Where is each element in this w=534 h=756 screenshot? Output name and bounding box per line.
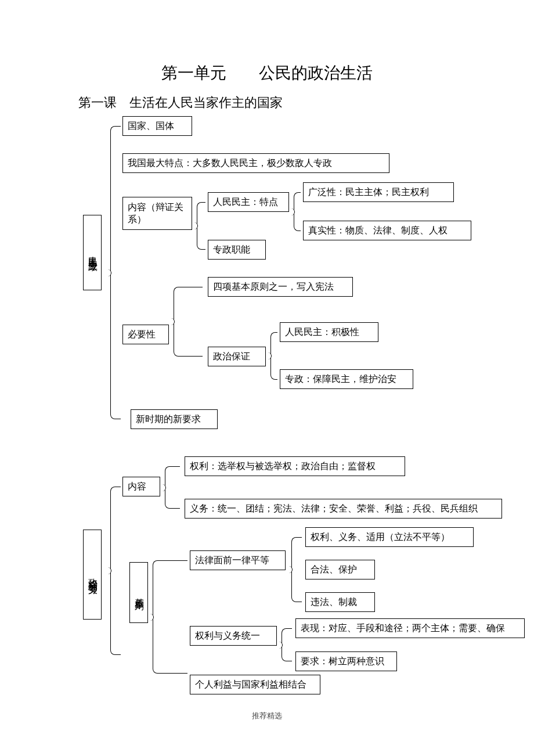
tree2-n2c: 个人利益与国家利益相结合 (190, 675, 320, 694)
tree2-n2a2: 合法、保护 (305, 560, 375, 579)
tree2-n2b1: 表现：对应、手段和途径；两个主体；需要、确保 (295, 618, 525, 638)
lesson-title: 第一课 生活在人民当家作主的国家 (78, 94, 283, 111)
tree1-n4: 必要性 (122, 325, 169, 344)
page: 第一单元 公民的政治生活 第一课 生活在人民当家作主的国家 人民民主专政 国家、… (0, 0, 534, 756)
tree2-root: 政治权利与义务 (83, 530, 102, 620)
unit-title: 第一单元 公民的政治生活 (0, 62, 534, 84)
brace-tree1-n4b (270, 332, 277, 380)
brace-tree1-root (110, 126, 121, 419)
tree2-n1: 内容 (122, 477, 160, 496)
tree1-root: 人民民主专政 (83, 215, 102, 290)
brace-tree1-n3 (197, 202, 205, 250)
tree1-n2: 我国最大特点：大多数人民民主，极少数敌人专政 (122, 153, 389, 173)
tree1-n3: 内容（辩证关系） (122, 197, 192, 230)
tree1-n3a1: 广泛性：民主主体；民主权利 (303, 182, 454, 202)
footer: 推荐精选 (0, 711, 534, 721)
tree1-n5: 新时期的新要求 (131, 409, 218, 429)
tree2-n2: 基本原则 (129, 562, 148, 623)
tree2-n2a3: 违法、制裁 (305, 592, 375, 612)
tree1-n4b: 政治保证 (208, 347, 266, 366)
tree2-n2b2: 要求：树立两种意识 (295, 651, 397, 671)
brace-tree1-n3a (294, 192, 301, 231)
brace-tree2-n2 (153, 560, 187, 674)
tree1-n3b: 专政职能 (208, 240, 266, 260)
tree2-n2b: 权利与义务统一 (190, 626, 277, 646)
tree1-n4b2: 专政：保障民主，维护治安 (280, 369, 413, 389)
tree1-n4a: 四项基本原则之一，写入宪法 (208, 277, 353, 297)
tree2-n2a: 法律面前一律平等 (190, 550, 286, 570)
tree1-n3a2: 真实性：物质、法律、制度、人权 (303, 221, 471, 240)
tree2-n1b: 义务：统一、团结；宪法、法律；安全、荣誉、利益；兵役、民兵组织 (185, 499, 502, 519)
tree2-n1a: 权利：选举权与被选举权；政治自由；监督权 (185, 456, 405, 476)
brace-tree2-n1 (165, 466, 180, 509)
tree2-n2a1: 权利、义务、适用（立法不平等） (305, 527, 474, 547)
brace-tree2-root (110, 487, 121, 655)
brace-tree1-n4 (174, 287, 203, 357)
tree1-n1: 国家、国体 (122, 116, 192, 136)
brace-tree2-n2a (291, 537, 302, 602)
tree1-n3a: 人民民主：特点 (208, 192, 289, 212)
brace-tree2-n2b (282, 628, 292, 661)
tree1-n4b1: 人民民主：积极性 (280, 322, 378, 342)
